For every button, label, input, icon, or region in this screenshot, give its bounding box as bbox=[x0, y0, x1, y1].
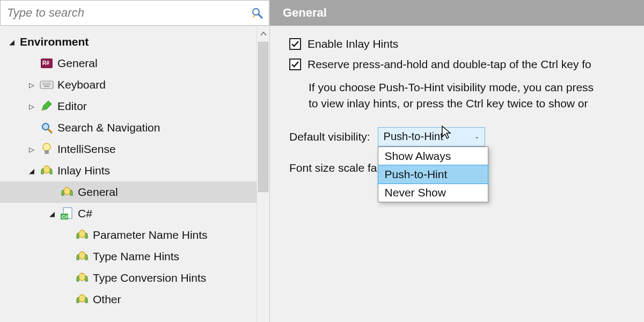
scroll-track[interactable] bbox=[257, 42, 269, 322]
inlay-hint-icon bbox=[75, 250, 89, 264]
tree-node-search-navigation[interactable]: Search & Navigation bbox=[0, 117, 257, 138]
visibility-row: Default visibility: Push-to-Hint ⌄ Show … bbox=[289, 127, 644, 147]
svg-point-12 bbox=[43, 166, 50, 173]
settings-panel: General Enable Inlay Hints Reserve press… bbox=[270, 0, 644, 322]
tree-node-csharp[interactable]: ◢ C# C# bbox=[0, 203, 257, 224]
expander-open-icon: ◢ bbox=[48, 210, 56, 218]
scrollbar[interactable] bbox=[257, 26, 269, 322]
scroll-up-icon[interactable] bbox=[257, 26, 269, 42]
sidebar: ◢ Environment R# General ▷ bbox=[0, 0, 270, 322]
svg-text:R#: R# bbox=[42, 60, 49, 66]
inlay-hint-icon bbox=[75, 271, 89, 285]
expander-closed-icon: ▷ bbox=[28, 103, 35, 111]
tree-label: Other bbox=[93, 293, 121, 306]
checkbox-checked-icon bbox=[289, 58, 301, 70]
tree-label: Keyboard bbox=[57, 78, 106, 91]
svg-rect-11 bbox=[45, 151, 48, 153]
font-scale-label: Font size scale fa bbox=[289, 162, 377, 174]
tree-label: Environment bbox=[20, 35, 89, 48]
expander-open-icon: ◢ bbox=[28, 167, 35, 175]
tree-label: Editor bbox=[57, 100, 87, 113]
tree-node-param-hints[interactable]: Parameter Name Hints bbox=[0, 224, 257, 246]
scroll-thumb[interactable] bbox=[258, 42, 268, 192]
tree-node-inlay-hints[interactable]: ◢ Inlay Hints bbox=[0, 160, 257, 181]
help-text: If you choose Push-To-Hint visibility mo… bbox=[309, 79, 644, 112]
checkbox-enable-inlay[interactable]: Enable Inlay Hints bbox=[289, 38, 644, 50]
visibility-dropdown[interactable]: Push-to-Hint ⌄ Show Always Push-to-Hint … bbox=[378, 127, 485, 147]
tree-node-keyboard[interactable]: ▷ Keyboard bbox=[0, 74, 257, 96]
resharper-icon: R# bbox=[40, 56, 54, 70]
tree-label: Type Name Hints bbox=[93, 250, 179, 263]
help-line: If you choose Push-To-Hint visibility mo… bbox=[309, 79, 644, 96]
checkbox-checked-icon bbox=[289, 38, 301, 50]
svg-line-9 bbox=[48, 129, 52, 133]
panel-header: General bbox=[270, 0, 644, 26]
checkbox-reserve-ctrl[interactable]: Reserve press-and-hold and double-tap of… bbox=[289, 58, 644, 71]
chevron-down-icon: ⌄ bbox=[474, 133, 479, 140]
settings-window: ◢ Environment R# General ▷ bbox=[0, 0, 644, 322]
search-input[interactable] bbox=[6, 5, 251, 20]
panel-body: Enable Inlay Hints Reserve press-and-hol… bbox=[270, 26, 644, 174]
tree-scroll: ◢ Environment R# General ▷ bbox=[0, 26, 269, 322]
tree-node-other[interactable]: Other bbox=[0, 289, 257, 310]
tree-label: General bbox=[78, 186, 118, 199]
inlay-hint-icon bbox=[40, 164, 54, 178]
expander-closed-icon: ▷ bbox=[28, 145, 35, 153]
svg-point-13 bbox=[64, 187, 70, 195]
inlay-hint-icon bbox=[75, 228, 89, 242]
panel-title: General bbox=[283, 6, 327, 20]
settings-tree: ◢ Environment R# General ▷ bbox=[0, 26, 257, 322]
dropdown-option-show-always[interactable]: Show Always bbox=[378, 147, 488, 165]
search-bar bbox=[0, 0, 269, 26]
checkbox-label: Reserve press-and-hold and double-tap of… bbox=[308, 58, 591, 71]
dropdown-selected[interactable]: Push-to-Hint ⌄ bbox=[378, 127, 485, 147]
tree-label: Parameter Name Hints bbox=[93, 229, 208, 241]
tree-label: Type Conversion Hints bbox=[93, 272, 206, 284]
tree-label: General bbox=[57, 57, 98, 70]
pencil-icon bbox=[40, 99, 54, 113]
search-icon[interactable] bbox=[251, 6, 264, 19]
inlay-hint-icon bbox=[60, 185, 74, 199]
svg-point-20 bbox=[79, 295, 85, 302]
svg-point-17 bbox=[79, 230, 85, 238]
checkbox-label: Enable Inlay Hints bbox=[308, 38, 398, 50]
expander-open-icon: ◢ bbox=[8, 38, 16, 46]
tree-node-general[interactable]: R# General bbox=[0, 53, 257, 74]
svg-point-18 bbox=[79, 252, 85, 259]
keyboard-icon bbox=[40, 78, 54, 92]
help-line: to view inlay hints, or press the Ctrl k… bbox=[309, 96, 644, 112]
tree-node-type-conv-hints[interactable]: Type Conversion Hints bbox=[0, 267, 257, 289]
tree-node-inlay-general[interactable]: General bbox=[0, 181, 257, 203]
svg-line-1 bbox=[259, 14, 262, 18]
tree-label: Inlay Hints bbox=[57, 164, 110, 177]
magnifier-icon bbox=[40, 121, 54, 135]
inlay-hint-icon bbox=[75, 292, 89, 306]
svg-text:C#: C# bbox=[62, 214, 68, 219]
tree-node-intellisense[interactable]: ▷ IntelliSense bbox=[0, 138, 257, 160]
dropdown-value: Push-to-Hint bbox=[384, 130, 443, 143]
tree-label: C# bbox=[78, 207, 92, 220]
lightbulb-icon bbox=[40, 142, 54, 156]
csharp-file-icon: C# bbox=[60, 207, 74, 221]
tree-label: IntelliSense bbox=[57, 143, 116, 156]
dropdown-list: Show Always Push-to-Hint Never Show bbox=[378, 147, 488, 202]
svg-point-10 bbox=[43, 143, 50, 151]
tree-label: Search & Navigation bbox=[57, 121, 160, 134]
dropdown-option-never-show[interactable]: Never Show bbox=[378, 184, 488, 202]
visibility-label: Default visibility: bbox=[289, 130, 370, 143]
dropdown-option-push-to-hint[interactable]: Push-to-Hint bbox=[378, 165, 488, 184]
tree-node-type-name-hints[interactable]: Type Name Hints bbox=[0, 246, 257, 267]
svg-point-19 bbox=[79, 273, 85, 281]
tree-node-editor[interactable]: ▷ Editor bbox=[0, 96, 257, 117]
tree-node-environment[interactable]: ◢ Environment bbox=[0, 31, 257, 53]
expander-closed-icon: ▷ bbox=[28, 81, 35, 89]
